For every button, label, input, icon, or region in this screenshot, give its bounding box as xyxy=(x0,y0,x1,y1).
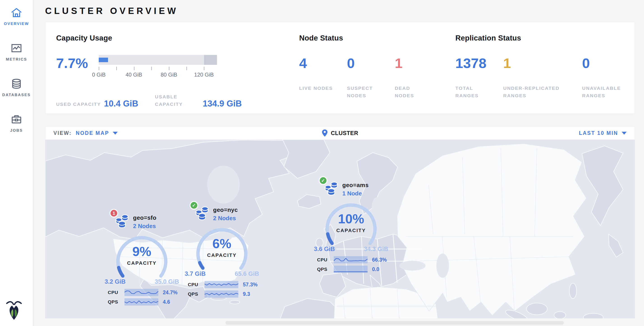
usable-capacity-label: USABLE CAPACITY xyxy=(155,93,202,108)
bottom-strip xyxy=(34,318,644,326)
breadcrumb: CLUSTER xyxy=(322,129,358,137)
black-sea xyxy=(399,261,426,271)
land-japan xyxy=(608,234,623,257)
nodes-stack-icon xyxy=(115,214,129,229)
gauge-percent: 6% xyxy=(192,237,251,250)
qps-sparkline xyxy=(334,266,368,273)
capacity-bar-chart: 0 GiB40 GiB80 GiB120 GiB xyxy=(99,55,217,72)
cockroachdb-logo xyxy=(6,300,22,321)
map-pin-icon xyxy=(322,129,328,137)
land-greenland xyxy=(282,140,330,178)
replication-status-title: Replication Status xyxy=(456,34,635,42)
cpu-label: CPU xyxy=(317,257,334,263)
sidebar-item-label: OVERVIEW xyxy=(4,22,29,26)
usable-capacity-value: 134.9 GiB xyxy=(203,99,242,108)
sidebar-item-overview[interactable]: OVERVIEW xyxy=(4,7,29,26)
locality-node-count[interactable]: 1 Node xyxy=(342,190,369,197)
suspect-nodes-label: SUSPECT NODES xyxy=(347,85,381,99)
chevron-down-icon xyxy=(622,132,627,135)
unavailable-ranges-stat: 0 UNAVAILABLE RANGES xyxy=(582,56,634,99)
capacity-axis: 0 GiB40 GiB80 GiB120 GiB xyxy=(99,67,217,72)
cpu-value: 57.3% xyxy=(243,282,258,288)
suspect-nodes-stat: 0 SUSPECT NODES xyxy=(347,56,395,99)
locality-name: geo=nyc xyxy=(213,206,238,213)
usable-capacity-stat: USABLE CAPACITY 134.9 GiB xyxy=(155,93,242,108)
land-borneo xyxy=(526,303,547,315)
capacity-usage-title: Capacity Usage xyxy=(56,34,299,42)
qps-stat-row: QPS 4.6 xyxy=(108,298,179,306)
unavailable-ranges-label: UNAVAILABLE RANGES xyxy=(582,85,632,99)
node-status-section: Node Status 4 LIVE NODES 0 SUSPECT NODES… xyxy=(299,34,456,114)
view-label: VIEW: xyxy=(54,130,72,136)
sidebar-item-databases[interactable]: DATABASES xyxy=(2,78,31,97)
gauge-percent: 10% xyxy=(322,212,380,225)
cpu-sparkline xyxy=(334,256,368,263)
node-status-title: Node Status xyxy=(299,34,456,42)
locality-node-count[interactable]: 2 Nodes xyxy=(213,215,238,222)
breadcrumb-label: CLUSTER xyxy=(331,130,358,137)
sidebar: OVERVIEW METRICS DATABASES JOBS xyxy=(0,0,33,326)
qps-value: 4.6 xyxy=(163,299,170,305)
unavailable-ranges-value: 0 xyxy=(582,56,634,70)
qps-value: 9.3 xyxy=(243,291,250,297)
capacity-bar-fill xyxy=(99,58,108,62)
world-map[interactable]: 1 geo=sfo 2 Nodes xyxy=(45,140,635,320)
horizontal-scrollbar[interactable] xyxy=(226,321,564,325)
total-ranges-stat: 1378 TOTAL RANGES xyxy=(456,56,503,99)
qps-sparkline xyxy=(204,290,238,298)
capacity-bar xyxy=(99,55,217,65)
live-nodes-stat: 4 LIVE NODES xyxy=(299,56,347,99)
under-replicated-ranges-stat: 1 UNDER-REPLICATED RANGES xyxy=(503,56,582,99)
cpu-stat-row: CPU 57.3% xyxy=(188,281,259,288)
capacity-gauge: 6% CAPACITY xyxy=(192,224,251,274)
view-selector-value: NODE MAP xyxy=(76,130,109,136)
locality-name: geo=ams xyxy=(342,182,369,189)
time-range-selector[interactable]: LAST 10 MIN xyxy=(579,130,627,136)
sidebar-item-label: DATABASES xyxy=(2,93,31,97)
live-nodes-value: 4 xyxy=(299,56,347,70)
chevron-down-icon xyxy=(113,132,118,135)
locality-marker-ams[interactable]: ✓ geo=ams 1 Node xyxy=(314,181,388,273)
dead-nodes-label: DEAD NODES xyxy=(395,85,429,99)
caspian-sea xyxy=(436,254,449,278)
nodes-stack-icon xyxy=(324,181,338,196)
land-fareast-russia xyxy=(582,146,623,226)
cpu-value: 66.3% xyxy=(372,257,387,263)
land-iberia xyxy=(320,273,346,297)
land-asia xyxy=(397,144,586,316)
locality-marker-nyc[interactable]: ✓ geo=nyc 2 Nodes xyxy=(185,206,259,298)
used-capacity-label: USED CAPACITY xyxy=(56,101,103,108)
qps-stat-row: QPS 9.3 xyxy=(188,290,259,298)
capacity-usage-section: Capacity Usage 7.7% 0 GiB40 GiB80 GiB120… xyxy=(56,34,299,114)
dead-nodes-stat: 1 DEAD NODES xyxy=(395,56,443,99)
metrics-icon xyxy=(10,42,22,54)
hudson-bay xyxy=(207,166,240,203)
land-hispaniola xyxy=(230,300,240,304)
qps-sparkline xyxy=(124,298,158,306)
under-replicated-ranges-value: 1 xyxy=(503,56,582,70)
main-content: CLUSTER OVERVIEW Capacity Usage 7.7% 0 G… xyxy=(34,0,644,326)
locality-node-count[interactable]: 2 Nodes xyxy=(133,223,156,230)
cpu-label: CPU xyxy=(188,282,204,287)
cpu-sparkline xyxy=(204,281,238,288)
page-title: CLUSTER OVERVIEW xyxy=(34,0,644,16)
view-selector[interactable]: NODE MAP xyxy=(76,130,118,136)
locality-name: geo=sfo xyxy=(133,214,156,221)
time-range-value: LAST 10 MIN xyxy=(579,130,618,136)
gauge-percent: 9% xyxy=(112,245,171,258)
cpu-value: 24.7% xyxy=(163,290,178,296)
sidebar-item-label: METRICS xyxy=(6,57,27,62)
used-capacity-value: 10.4 GiB xyxy=(104,99,138,108)
land-philippines xyxy=(569,283,576,299)
used-capacity-stat: USED CAPACITY 10.4 GiB xyxy=(56,99,138,108)
qps-value: 0.0 xyxy=(372,266,379,272)
land-sulawesi xyxy=(554,312,566,319)
sidebar-item-jobs[interactable]: JOBS xyxy=(10,114,23,133)
sidebar-item-metrics[interactable]: METRICS xyxy=(6,42,27,62)
capacity-gauge: 10% CAPACITY xyxy=(322,199,380,249)
home-icon xyxy=(10,7,22,18)
databases-icon xyxy=(10,78,22,90)
under-replicated-ranges-label: UNDER-REPLICATED RANGES xyxy=(503,85,576,99)
gauge-caption: CAPACITY xyxy=(112,260,171,266)
locality-marker-sfo[interactable]: 1 geo=sfo 2 Nodes xyxy=(105,214,179,306)
